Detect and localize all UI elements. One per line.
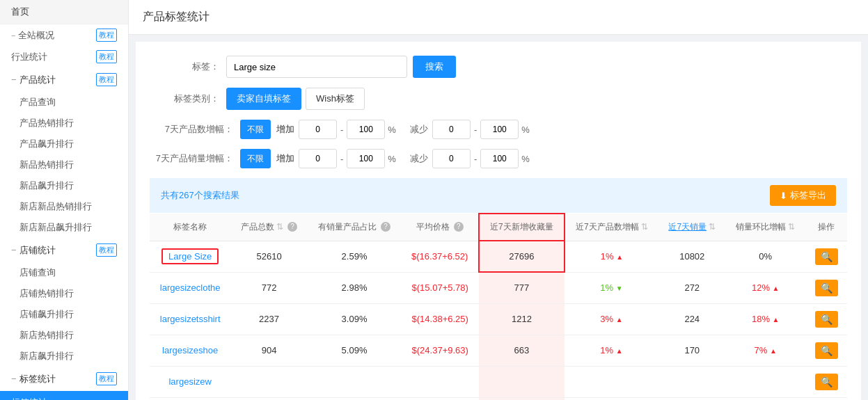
sales-decrease-to[interactable]: [480, 149, 519, 168]
product-increase-from[interactable]: [299, 120, 337, 139]
col-sales-7[interactable]: 近7天销量 ⇅: [658, 214, 725, 241]
cell-new-fav: [479, 366, 565, 397]
product-stats-label: 产品统计: [19, 74, 56, 86]
sidebar-item-store-new-hot[interactable]: 新店热销排行: [0, 325, 128, 346]
sidebar-item-new-store-rise[interactable]: 新店新品飙升排行: [0, 217, 128, 238]
product-hot-label: 产品热销排行: [19, 117, 74, 129]
store-dash-icon: −: [11, 245, 17, 255]
sidebar-group-product[interactable]: − 产品统计 教程: [0, 67, 128, 92]
product-decrease-to[interactable]: [480, 120, 519, 139]
sidebar: 首页 − 全站概况 教程 行业统计 教程 − 产品统计 教程 产品查询 产品热销…: [0, 0, 129, 400]
tag-stats-label: 标签统计: [19, 373, 56, 385]
col-new-fav[interactable]: 近7天新增收藏量: [479, 214, 565, 241]
sidebar-item-store-rise[interactable]: 店铺飙升排行: [0, 304, 128, 325]
col-tag-name: 标签名称: [150, 214, 230, 241]
action-search-btn[interactable]: 🔍: [815, 311, 838, 328]
action-search-btn[interactable]: 🔍: [815, 342, 838, 359]
seller-tag-btn[interactable]: 卖家自填标签: [226, 88, 301, 110]
cell-price: $(24.37+9.63): [401, 335, 479, 366]
cell-action: 🔍: [805, 241, 847, 272]
sidebar-item-store-new-rise[interactable]: 新店飙升排行: [0, 346, 128, 367]
sidebar-item-new-store-hot[interactable]: 新店新品热销排行: [0, 196, 128, 217]
tag-link[interactable]: largesizeshoe: [162, 345, 218, 355]
cell-sales-rise: 7% ▲: [725, 335, 805, 366]
cell-new-fav: 777: [479, 272, 565, 303]
sidebar-item-store-hot[interactable]: 店铺热销排行: [0, 283, 128, 304]
tag-link[interactable]: largesizeclothe: [160, 282, 221, 293]
wish-tag-btn[interactable]: Wish标签: [306, 88, 365, 110]
cell-empty: 🔍: [805, 397, 847, 400]
product-decrease-from[interactable]: [432, 120, 471, 139]
tag-input[interactable]: [226, 56, 407, 78]
search-button[interactable]: 搜索: [413, 56, 456, 78]
cell-price: $(16.37+6.52): [401, 241, 479, 272]
table-row: largesizeshoe9045.09%$(24.37+9.63)6631% …: [150, 335, 847, 366]
store-new-hot-label: 新店热销排行: [19, 329, 74, 342]
sidebar-item-product-hot[interactable]: 产品热销排行: [0, 113, 128, 134]
site-overview-label: 全站概况: [18, 29, 54, 42]
cell-total: 772: [230, 272, 307, 303]
tag-stats-tutorial[interactable]: 教程: [96, 372, 117, 385]
tag-link[interactable]: largesizetsshirt: [160, 314, 221, 324]
sidebar-item-store-query[interactable]: 店铺查询: [0, 262, 128, 283]
col-total[interactable]: 产品总数 ⇅ ?: [230, 214, 307, 241]
store-stats-label: 店铺统计: [19, 244, 56, 257]
sidebar-item-product-query[interactable]: 产品查询: [0, 92, 128, 113]
action-search-btn[interactable]: 🔍: [815, 248, 838, 265]
product-stats-tutorial[interactable]: 教程: [96, 73, 117, 86]
tag-link[interactable]: Large Size: [161, 248, 219, 264]
store-stats-tutorial[interactable]: 教程: [96, 243, 117, 257]
site-overview-tutorial[interactable]: 教程: [96, 29, 117, 42]
sidebar-item-tag-summary[interactable]: 标签统计: [0, 391, 128, 400]
price-help-icon[interactable]: ?: [454, 222, 464, 232]
new-rise-label: 新品飙升排行: [19, 179, 74, 192]
cell-ratio: 2.59%: [308, 241, 402, 272]
action-search-btn[interactable]: 🔍: [815, 374, 838, 390]
sales-increase-from[interactable]: [299, 149, 337, 168]
sidebar-item-home[interactable]: 首页: [0, 0, 128, 24]
action-search-btn[interactable]: 🔍: [815, 280, 838, 296]
sidebar-item-industry[interactable]: 行业统计 教程: [0, 46, 128, 67]
product-rise-sort-icon: ⇅: [641, 222, 648, 232]
sep1: -: [340, 125, 343, 135]
cell-price: [401, 366, 479, 397]
total-sort-icon: ⇅: [276, 222, 283, 232]
sales-increase-to[interactable]: [347, 149, 385, 168]
export-button[interactable]: ⬇ 标签导出: [770, 185, 836, 206]
industry-tutorial[interactable]: 教程: [96, 50, 117, 63]
cell-product-rise: 3% ▲: [565, 303, 658, 335]
cell-empty: [565, 397, 658, 400]
table-row: largesizeclothe7722.98%$(15.07+5.78)7771…: [150, 272, 847, 303]
col-ratio[interactable]: 有销量产品占比 ?: [308, 214, 402, 241]
cell-action: 🔍: [805, 303, 847, 335]
total-help-icon[interactable]: ?: [287, 222, 297, 232]
sidebar-group-tag[interactable]: − 标签统计 教程: [0, 367, 128, 391]
ratio-help-icon[interactable]: ?: [381, 222, 390, 232]
industry-label: 行业统计: [11, 51, 47, 63]
cell-empty: [230, 397, 307, 400]
sidebar-item-new-hot[interactable]: 新品热销排行: [0, 154, 128, 175]
cell-action: 🔍: [805, 272, 847, 303]
sidebar-item-new-rise[interactable]: 新品飙升排行: [0, 175, 128, 196]
filter-category-row: 标签类别： 卖家自填标签 Wish标签: [150, 88, 847, 110]
sidebar-item-product-rise[interactable]: 产品飙升排行: [0, 134, 128, 154]
col-sales-rise[interactable]: 销量环比增幅 ⇅: [725, 214, 805, 241]
sidebar-group-store[interactable]: − 店铺统计 教程: [0, 238, 128, 262]
page-title: 产品标签统计: [129, 0, 868, 35]
cell-tag-name: largesizew: [150, 366, 230, 397]
sidebar-item-site-overview[interactable]: − 全站概况 教程: [0, 24, 128, 46]
tag-link[interactable]: largesizew: [168, 376, 211, 387]
cell-total: [230, 366, 307, 397]
cell-ratio: 5.09%: [308, 335, 402, 366]
sales-decrease-from[interactable]: [432, 149, 471, 168]
sep3: -: [340, 154, 343, 164]
results-count: 共有267个搜索结果: [161, 189, 239, 202]
col-price[interactable]: 平均价格 ?: [401, 214, 479, 241]
product-unlimit-btn[interactable]: 不限: [240, 120, 271, 139]
cell-tag-name: Large Size: [150, 241, 230, 272]
sales-unlimit-btn[interactable]: 不限: [240, 149, 271, 168]
product-increase-to[interactable]: [347, 120, 385, 139]
store-hot-label: 店铺热销排行: [19, 287, 74, 300]
store-query-label: 店铺查询: [19, 266, 56, 279]
col-product-rise[interactable]: 近7天产品数增幅 ⇅: [565, 214, 658, 241]
